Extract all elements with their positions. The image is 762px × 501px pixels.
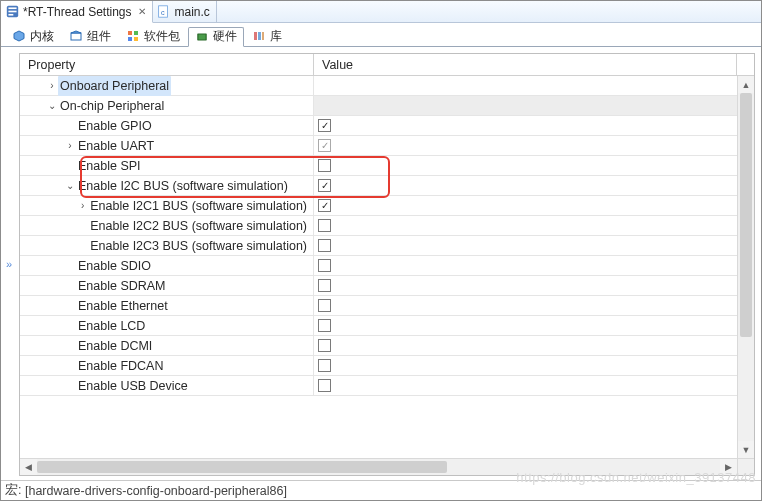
chevron-down-icon[interactable]: ⌄ — [64, 176, 76, 196]
property-cell[interactable]: Enable FDCAN — [20, 356, 314, 376]
column-property[interactable]: Property — [20, 54, 314, 75]
svg-rect-2 — [8, 11, 16, 13]
checkbox[interactable] — [318, 139, 331, 152]
value-cell[interactable] — [314, 316, 754, 336]
property-cell[interactable]: Enable I2C3 BUS (software simulation) — [20, 236, 314, 256]
value-cell[interactable] — [314, 76, 754, 96]
checkbox[interactable] — [318, 359, 331, 372]
chevron-right-icon[interactable]: › — [46, 76, 58, 96]
scroll-down-icon[interactable]: ▼ — [738, 441, 754, 458]
property-cell[interactable]: Enable LCD — [20, 316, 314, 336]
horizontal-scrollbar[interactable]: ◀ ▶ — [20, 458, 737, 475]
scroll-corner — [737, 458, 754, 475]
item-enable-lcd[interactable]: Enable LCD — [20, 316, 754, 336]
scroll-thumb[interactable] — [37, 461, 447, 473]
tab-hardware[interactable]: 硬件 — [188, 27, 244, 47]
property-cell[interactable]: Enable I2C2 BUS (software simulation) — [20, 216, 314, 236]
editor-tab-label: main.c — [175, 5, 210, 19]
editor-tab-main-c[interactable]: c main.c — [153, 1, 217, 22]
checkbox[interactable] — [318, 339, 331, 352]
item-enable-uart[interactable]: ›Enable UART — [20, 136, 754, 156]
checkbox[interactable] — [318, 239, 331, 252]
scroll-track[interactable] — [738, 93, 754, 441]
property-cell[interactable]: Enable DCMI — [20, 336, 314, 356]
checkbox[interactable] — [318, 219, 331, 232]
property-cell[interactable]: Enable SDIO — [20, 256, 314, 276]
scroll-thumb[interactable] — [740, 93, 752, 337]
checkbox[interactable] — [318, 119, 331, 132]
tree-item-label: Enable FDCAN — [76, 356, 165, 376]
value-cell[interactable] — [314, 156, 754, 176]
value-cell[interactable] — [314, 256, 754, 276]
tab-components[interactable]: 组件 — [62, 26, 118, 46]
item-enable-i2c1-bus[interactable]: ›Enable I2C1 BUS (software simulation) — [20, 196, 754, 216]
checkbox[interactable] — [318, 159, 331, 172]
value-cell[interactable] — [314, 136, 754, 156]
item-enable-sdram[interactable]: Enable SDRAM — [20, 276, 754, 296]
tree-item-label: On-chip Peripheral — [58, 96, 166, 116]
property-cell[interactable]: ›Onboard Peripheral — [20, 76, 314, 96]
chevron-right-icon[interactable]: › — [64, 136, 76, 156]
item-enable-ethernet[interactable]: Enable Ethernet — [20, 296, 754, 316]
checkbox[interactable] — [318, 179, 331, 192]
scroll-up-icon[interactable]: ▲ — [738, 76, 754, 93]
scroll-track[interactable] — [37, 459, 720, 475]
property-cell[interactable]: Enable SPI — [20, 156, 314, 176]
tree-item-label: Enable UART — [76, 136, 156, 156]
property-cell[interactable]: Enable USB Device — [20, 376, 314, 396]
item-enable-spi[interactable]: Enable SPI — [20, 156, 754, 176]
property-cell[interactable]: ⌄On-chip Peripheral — [20, 96, 314, 116]
property-cell[interactable]: Enable GPIO — [20, 116, 314, 136]
value-cell[interactable] — [314, 236, 754, 256]
value-cell[interactable] — [314, 336, 754, 356]
checkbox[interactable] — [318, 259, 331, 272]
scroll-left-icon[interactable]: ◀ — [20, 459, 37, 475]
vertical-scrollbar[interactable]: ▲ ▼ — [737, 76, 754, 458]
value-cell[interactable] — [314, 216, 754, 236]
svg-rect-9 — [128, 37, 132, 41]
item-onchip-peripheral[interactable]: ⌄On-chip Peripheral — [20, 96, 754, 116]
status-bar: 宏: [hardware-drivers-config-onboard-peri… — [1, 480, 761, 500]
item-enable-gpio[interactable]: Enable GPIO — [20, 116, 754, 136]
item-enable-i2c3-bus[interactable]: Enable I2C3 BUS (software simulation) — [20, 236, 754, 256]
property-cell[interactable]: ›Enable I2C1 BUS (software simulation) — [20, 196, 314, 216]
scroll-right-icon[interactable]: ▶ — [720, 459, 737, 475]
checkbox[interactable] — [318, 279, 331, 292]
item-enable-i2c-bus[interactable]: ⌄Enable I2C BUS (software simulation) — [20, 176, 754, 196]
property-cell[interactable]: Enable Ethernet — [20, 296, 314, 316]
item-enable-dcmi[interactable]: Enable DCMI — [20, 336, 754, 356]
chevron-down-icon[interactable]: ⌄ — [46, 96, 58, 116]
property-cell[interactable]: ⌄Enable I2C BUS (software simulation) — [20, 176, 314, 196]
item-enable-sdio[interactable]: Enable SDIO — [20, 256, 754, 276]
item-onboard-peripheral[interactable]: ›Onboard Peripheral — [20, 76, 754, 96]
value-cell[interactable] — [314, 196, 754, 216]
tab-library[interactable]: 库 — [245, 26, 289, 46]
item-enable-fdcan[interactable]: Enable FDCAN — [20, 356, 754, 376]
tree-item-label: Enable I2C1 BUS (software simulation) — [88, 196, 309, 216]
value-cell[interactable] — [314, 176, 754, 196]
item-enable-i2c2-bus[interactable]: Enable I2C2 BUS (software simulation) — [20, 216, 754, 236]
checkbox[interactable] — [318, 319, 331, 332]
value-cell[interactable] — [314, 296, 754, 316]
expand-handle[interactable]: » — [3, 254, 15, 274]
checkbox[interactable] — [318, 299, 331, 312]
value-cell[interactable] — [314, 276, 754, 296]
value-cell[interactable] — [314, 116, 754, 136]
close-icon[interactable]: ✕ — [136, 6, 146, 17]
chevron-right-icon[interactable]: › — [77, 196, 88, 216]
value-cell[interactable] — [314, 376, 754, 396]
value-cell[interactable] — [314, 356, 754, 376]
property-cell[interactable]: Enable SDRAM — [20, 276, 314, 296]
checkbox[interactable] — [318, 379, 331, 392]
tab-label: 硬件 — [213, 28, 237, 45]
editor-tab-rtthread-settings[interactable]: *RT-Thread Settings ✕ — [1, 1, 153, 23]
item-enable-usb-device[interactable]: Enable USB Device — [20, 376, 754, 396]
value-cell[interactable] — [314, 96, 754, 116]
checkbox[interactable] — [318, 199, 331, 212]
tab-label: 内核 — [30, 28, 54, 45]
property-cell[interactable]: ›Enable UART — [20, 136, 314, 156]
tab-packages[interactable]: 软件包 — [119, 26, 187, 46]
column-value[interactable]: Value — [314, 54, 737, 75]
property-tree: Property Value ›Onboard Peripheral⌄On-ch… — [19, 53, 755, 476]
tab-kernel[interactable]: 内核 — [5, 26, 61, 46]
